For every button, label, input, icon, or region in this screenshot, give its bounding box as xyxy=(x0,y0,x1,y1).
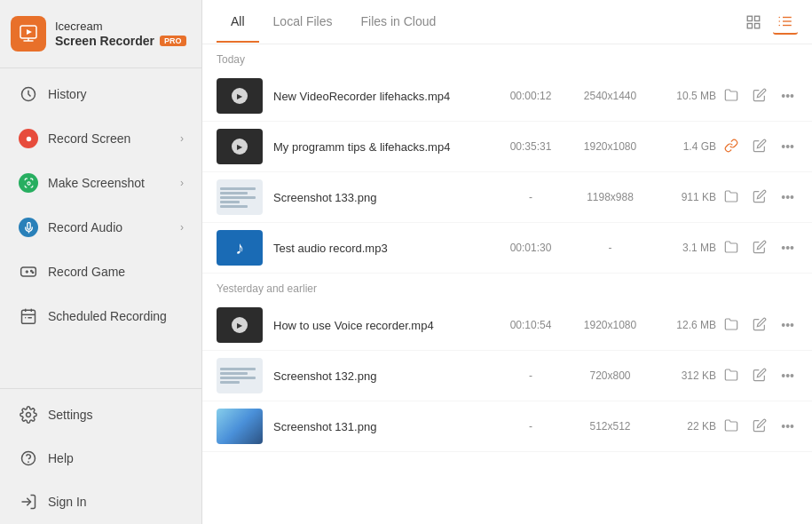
edit-button[interactable] xyxy=(749,366,770,386)
tab-local-files[interactable]: Local Files xyxy=(259,2,347,43)
sidebar-item-record-screen-label: Record Screen xyxy=(48,131,130,146)
sidebar-item-sign-in-label: Sign In xyxy=(48,495,87,509)
edit-button[interactable] xyxy=(749,315,770,336)
file-actions: ••• xyxy=(727,187,798,208)
help-icon xyxy=(18,448,39,469)
file-resolution: 720x800 xyxy=(572,369,648,382)
file-name: Screenshot 133.png xyxy=(273,191,489,204)
more-options-button[interactable]: ••• xyxy=(777,87,798,105)
file-actions: ••• xyxy=(727,86,798,107)
file-actions: ••• xyxy=(727,238,798,258)
table-row[interactable]: Screenshot 131.png - 512x512 22 KB ••• xyxy=(202,401,812,452)
file-thumbnail xyxy=(217,409,263,444)
chevron-right-icon: › xyxy=(180,132,184,145)
more-options-button[interactable]: ••• xyxy=(777,367,798,385)
sidebar-item-record-screen[interactable]: Record Screen › xyxy=(4,117,198,160)
edit-button[interactable] xyxy=(749,86,770,107)
file-thumbnail: ▶ xyxy=(217,78,263,114)
open-folder-button[interactable] xyxy=(721,315,742,336)
edit-button[interactable] xyxy=(749,417,770,437)
file-list: Today ▶ New VideoRecorder lifehacks.mp4 … xyxy=(202,44,812,524)
tab-files-in-cloud[interactable]: Files in Cloud xyxy=(346,2,450,43)
file-resolution: 1920x1080 xyxy=(572,140,648,153)
open-folder-button[interactable] xyxy=(721,86,742,107)
chain-link-button[interactable] xyxy=(721,137,742,157)
tab-all[interactable]: All xyxy=(217,2,259,43)
more-options-button[interactable]: ••• xyxy=(777,239,798,257)
app-name-line1: Icecream xyxy=(55,20,186,34)
file-name: Screenshot 132.png xyxy=(273,369,489,383)
file-size: 911 KB xyxy=(658,191,716,203)
svg-rect-25 xyxy=(747,23,752,28)
logo-area: Icecream Screen Recorder PRO xyxy=(0,0,201,68)
edit-button[interactable] xyxy=(749,238,770,258)
file-thumbnail: ▶ xyxy=(217,129,263,164)
more-options-button[interactable]: ••• xyxy=(777,417,798,435)
file-thumbnail xyxy=(217,179,263,215)
play-icon: ▶ xyxy=(232,317,248,333)
file-duration: 00:01:30 xyxy=(500,242,562,254)
sidebar-item-help[interactable]: Help xyxy=(4,437,198,480)
sidebar-item-settings[interactable]: Settings xyxy=(4,393,198,436)
svg-point-6 xyxy=(27,181,29,184)
open-folder-button[interactable] xyxy=(721,366,742,386)
file-thumbnail: ♪ xyxy=(217,230,263,266)
svg-point-20 xyxy=(22,452,35,465)
table-row[interactable]: ♪ Test audio record.mp3 00:01:30 - 3.1 M… xyxy=(202,223,812,274)
file-thumbnail: ▶ xyxy=(217,307,263,343)
section-header-yesterday: Yesterday and earlier xyxy=(202,274,812,300)
settings-icon xyxy=(18,404,39,425)
open-folder-button[interactable] xyxy=(721,187,742,208)
table-row[interactable]: ▶ My programm tips & lifehacks.mp4 00:35… xyxy=(202,122,812,172)
svg-rect-26 xyxy=(755,23,760,28)
sidebar-item-sign-in[interactable]: Sign In xyxy=(4,480,198,523)
file-actions: ••• xyxy=(727,417,798,437)
open-folder-button[interactable] xyxy=(721,238,742,258)
file-duration: 00:00:12 xyxy=(500,90,562,102)
sidebar-item-settings-label: Settings xyxy=(48,408,93,422)
sidebar-item-make-screenshot-label: Make Screenshot xyxy=(48,176,145,190)
sidebar-item-record-game-label: Record Game xyxy=(48,265,125,279)
file-name: Screenshot 131.png xyxy=(273,420,489,433)
more-options-button[interactable]: ••• xyxy=(777,188,798,206)
file-size: 10.5 MB xyxy=(658,90,716,102)
list-view-button[interactable] xyxy=(773,10,798,35)
table-row[interactable]: ▶ New VideoRecorder lifehacks.mp4 00:00:… xyxy=(202,71,812,122)
more-options-button[interactable]: ••• xyxy=(777,316,798,334)
main-content: All Local Files Files in Cloud xyxy=(202,0,812,524)
app-logo-icon xyxy=(11,16,46,52)
record-game-icon xyxy=(18,261,39,282)
file-resolution: 1198x988 xyxy=(572,191,648,203)
sign-in-icon xyxy=(18,491,39,512)
grid-view-button[interactable] xyxy=(741,10,766,35)
file-resolution: 1920x1080 xyxy=(572,319,648,331)
file-name: Test audio record.mp3 xyxy=(273,242,489,255)
play-icon: ▶ xyxy=(232,88,248,104)
svg-marker-1 xyxy=(27,29,32,35)
sidebar-item-record-game[interactable]: Record Game xyxy=(4,250,198,293)
table-row[interactable]: Screenshot 133.png - 1198x988 911 KB ••• xyxy=(202,172,812,223)
play-icon: ▶ xyxy=(232,139,248,155)
table-row[interactable]: Screenshot 132.png - 720x800 312 KB ••• xyxy=(202,351,812,401)
pro-badge: PRO xyxy=(160,36,186,46)
sidebar-item-scheduled-recording[interactable]: Scheduled Recording xyxy=(4,295,198,337)
file-actions: ••• xyxy=(727,315,798,336)
svg-rect-13 xyxy=(22,310,35,323)
nav-items: History Record Screen › xyxy=(0,68,201,524)
open-folder-button[interactable] xyxy=(721,417,742,437)
sidebar-item-help-label: Help xyxy=(48,451,74,465)
sidebar-item-record-audio[interactable]: Record Audio › xyxy=(4,206,198,249)
edit-button[interactable] xyxy=(749,187,770,208)
screenshot-preview xyxy=(217,358,263,393)
file-duration: - xyxy=(500,369,562,382)
sidebar-item-history[interactable]: History xyxy=(4,73,198,115)
record-audio-icon xyxy=(18,217,39,238)
music-icon: ♪ xyxy=(235,238,244,258)
more-options-button[interactable]: ••• xyxy=(777,138,798,155)
table-row[interactable]: ▶ How to use Voice recorder.mp4 00:10:54… xyxy=(202,300,812,351)
section-header-today: Today xyxy=(202,44,812,71)
edit-button[interactable] xyxy=(749,137,770,157)
file-resolution: - xyxy=(572,242,648,254)
sidebar-item-make-screenshot[interactable]: Make Screenshot › xyxy=(4,162,198,204)
sidebar-item-record-audio-label: Record Audio xyxy=(48,220,122,234)
